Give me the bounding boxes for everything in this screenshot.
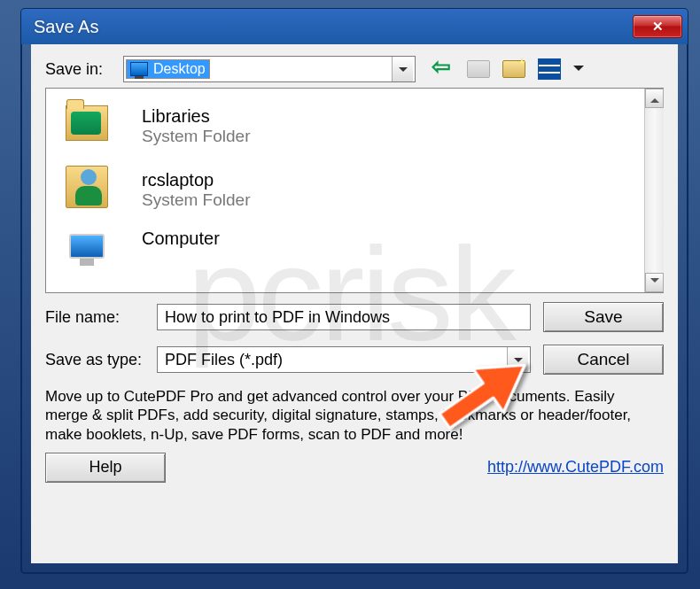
close-button[interactable]: ✕ (633, 15, 682, 38)
help-row: Help http://www.CutePDF.com (45, 453, 664, 483)
list-item[interactable]: rcslaptop System Folder (50, 158, 641, 221)
item-name: rcslaptop (142, 170, 250, 190)
user-folder-icon (57, 164, 124, 215)
file-browser: Libraries System Folder rcslaptop System… (45, 88, 664, 293)
save-as-dialog: Save As ✕ Save in: Desktop ⇦ (21, 9, 688, 573)
dialog-body: Save in: Desktop ⇦ (31, 45, 678, 563)
help-button[interactable]: Help (45, 453, 166, 483)
item-type: System Folder (142, 190, 250, 210)
filename-row: File name: Save (45, 302, 664, 332)
back-icon[interactable]: ⇦ (432, 58, 455, 80)
save-in-selected: Desktop (126, 59, 210, 79)
close-icon: ✕ (652, 19, 664, 35)
list-item[interactable]: Computer (50, 221, 641, 273)
view-menu-icon[interactable] (538, 58, 561, 80)
list-item[interactable]: Libraries System Folder (50, 94, 641, 158)
save-button[interactable]: Save (543, 302, 664, 332)
up-one-level-icon[interactable] (467, 60, 490, 78)
lower-panel: File name: Save Save as type: PDF Files … (45, 302, 664, 483)
view-menu-arrow-icon[interactable] (573, 66, 584, 76)
desktop-icon (130, 62, 148, 76)
save-in-value: Desktop (153, 61, 206, 77)
item-type: System Folder (142, 127, 250, 146)
savetype-value: PDF Files (*.pdf) (165, 351, 283, 369)
titlebar: Save As ✕ (21, 9, 688, 44)
savetype-row: Save as type: PDF Files (*.pdf) Cancel (45, 345, 664, 375)
file-list[interactable]: Libraries System Folder rcslaptop System… (46, 89, 644, 292)
cancel-button[interactable]: Cancel (543, 345, 664, 375)
toolbar: ⇦ (432, 58, 584, 80)
scroll-up-button[interactable] (645, 89, 664, 108)
cutepdf-link[interactable]: http://www.CutePDF.com (487, 458, 664, 477)
save-in-label: Save in: (45, 60, 123, 79)
filename-label: File name: (45, 308, 157, 327)
scroll-down-button[interactable] (645, 273, 664, 292)
savetype-combo[interactable]: PDF Files (*.pdf) (157, 346, 531, 373)
new-folder-icon[interactable] (502, 60, 525, 78)
save-in-row: Save in: Desktop ⇦ (45, 56, 664, 82)
promo-text: Move up to CutePDF Pro and get advanced … (45, 387, 664, 444)
scrollbar[interactable] (644, 89, 664, 292)
window-title: Save As (34, 17, 633, 37)
save-in-combo[interactable]: Desktop (123, 56, 416, 82)
savetype-dropdown-arrow[interactable] (507, 347, 528, 372)
filename-input[interactable] (157, 304, 531, 330)
item-name: Libraries (142, 106, 250, 127)
save-in-dropdown-arrow[interactable] (392, 57, 413, 81)
item-name: Computer (142, 229, 220, 249)
computer-icon (57, 229, 124, 280)
savetype-label: Save as type: (45, 351, 157, 369)
libraries-icon (57, 100, 124, 151)
